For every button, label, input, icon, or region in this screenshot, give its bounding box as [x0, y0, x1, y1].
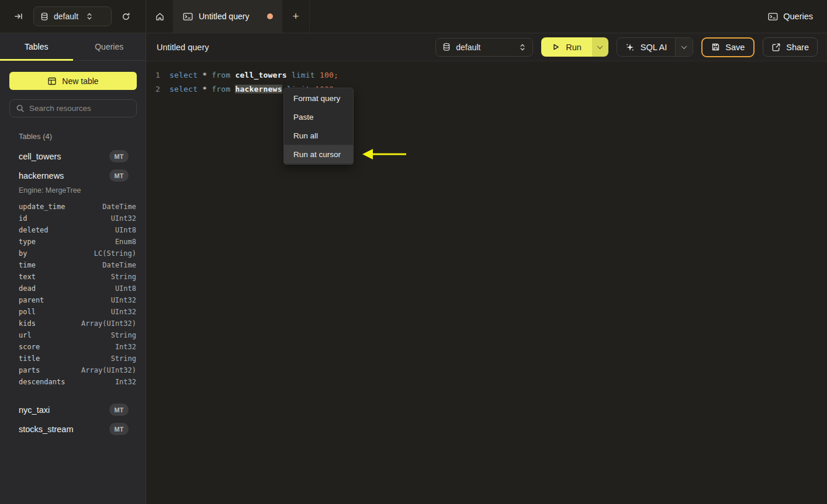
column-row[interactable]: timeDateTime	[19, 259, 136, 271]
share-button[interactable]: Share	[763, 37, 818, 57]
column-row[interactable]: parentUInt32	[19, 294, 136, 306]
sql-ai-button[interactable]: SQL AI	[617, 38, 675, 56]
code-token: from	[212, 85, 230, 93]
column-name: poll	[19, 308, 36, 316]
database-selector[interactable]: default	[33, 6, 112, 26]
table-name: hackernews	[19, 171, 64, 180]
column-name: url	[19, 331, 32, 339]
menu-item-run-all[interactable]: Run all	[284, 126, 353, 145]
code-token	[315, 71, 320, 79]
search-input[interactable]	[29, 104, 130, 113]
engine-label: Engine: MergeTree	[19, 186, 136, 194]
new-table-label: New table	[62, 77, 98, 86]
column-type: UInt32	[111, 308, 136, 316]
column-name: kids	[19, 319, 36, 328]
run-button[interactable]: Run	[541, 37, 592, 57]
run-options-button[interactable]	[592, 37, 608, 57]
sidebar-body: New table Tables (4) cell_towers MT hack…	[0, 61, 146, 436]
column-row[interactable]: update_timeDateTime	[19, 201, 136, 213]
selected-token: hackernews	[235, 85, 282, 93]
table-name: nyc_taxi	[19, 405, 50, 415]
refresh-icon	[121, 12, 131, 22]
column-row[interactable]: deletedUInt8	[19, 224, 136, 236]
code-token: from	[212, 71, 230, 79]
column-row[interactable]: kidsArray(UInt32)	[19, 318, 136, 329]
column-row[interactable]: deadUInt8	[19, 283, 136, 294]
run-label: Run	[566, 43, 582, 52]
tab-strip: Untitled query +	[146, 0, 310, 33]
column-name: parent	[19, 296, 44, 304]
refresh-button[interactable]	[121, 12, 131, 22]
sql-ai-split-button: SQL AI	[617, 37, 693, 57]
menu-item-format-query[interactable]: Format query	[284, 89, 353, 107]
column-row[interactable]: scoreInt32	[19, 341, 136, 353]
topbar: default Untitled query +	[0, 0, 827, 33]
unsaved-dot	[267, 13, 273, 19]
sidebar: Tables Queries New table Tables (4) cell…	[0, 33, 146, 504]
column-name: time	[19, 261, 36, 269]
save-label: Save	[725, 43, 745, 52]
column-type: Int32	[115, 378, 136, 386]
queries-top-button[interactable]: Queries	[768, 0, 813, 33]
table-name: cell_towers	[19, 152, 61, 161]
column-row[interactable]: idUInt32	[19, 213, 136, 224]
column-name: deleted	[19, 226, 49, 234]
share-label: Share	[786, 43, 809, 52]
column-name: score	[19, 343, 40, 351]
sidebar-tab-tables[interactable]: Tables	[0, 33, 73, 60]
tab-untitled-query[interactable]: Untitled query	[174, 0, 282, 33]
column-type: String	[111, 273, 136, 281]
engine-badge: MT	[109, 169, 129, 182]
code-line[interactable]: 1select * from cell_towers limit 100;	[146, 68, 827, 82]
toolbar-database-selector[interactable]: default	[435, 38, 533, 57]
sql-ai-label: SQL AI	[641, 43, 667, 52]
sql-editor[interactable]: 1select * from cell_towers limit 100;2se…	[146, 61, 827, 504]
terminal-icon	[183, 12, 193, 21]
context-menu: Format queryPasteRun allRun at cursor	[283, 88, 354, 165]
column-row[interactable]: descendantsInt32	[19, 376, 136, 388]
column-row[interactable]: byLC(String)	[19, 248, 136, 259]
menu-item-paste[interactable]: Paste	[284, 107, 353, 126]
new-table-button[interactable]: New table	[9, 72, 137, 90]
save-button[interactable]: Save	[701, 37, 755, 57]
table-row-stocks-stream[interactable]: stocks_stream MT	[9, 422, 136, 436]
column-row[interactable]: pollUInt32	[19, 306, 136, 318]
sidebar-tab-queries[interactable]: Queries	[73, 33, 146, 60]
share-export-icon	[771, 43, 781, 52]
column-row[interactable]: typeEnum8	[19, 236, 136, 248]
new-tab-button[interactable]: +	[282, 0, 310, 33]
column-name: dead	[19, 284, 36, 293]
collapse-sidebar-icon	[14, 12, 23, 21]
code-token: cell_towers	[235, 71, 286, 79]
run-split-button: Run	[541, 37, 608, 57]
line-number: 1	[146, 71, 160, 79]
menu-item-run-at-cursor[interactable]: Run at cursor	[284, 145, 353, 164]
column-row[interactable]: urlString	[19, 329, 136, 341]
query-toolbar: Untitled query default	[146, 33, 827, 61]
code-token	[287, 71, 292, 79]
collapse-sidebar-button[interactable]	[14, 12, 23, 21]
table-row-hackernews[interactable]: hackernews MT	[9, 169, 136, 182]
table-row-cell-towers[interactable]: cell_towers MT	[9, 150, 136, 163]
column-type: UInt32	[111, 214, 136, 223]
chevron-down-icon	[597, 43, 603, 49]
toolbar-actions: default Run	[435, 37, 818, 57]
column-type: LC(String)	[94, 249, 136, 258]
home-button[interactable]	[146, 0, 174, 33]
column-name: parts	[19, 366, 40, 374]
table-row-nyc-taxi[interactable]: nyc_taxi MT	[9, 403, 136, 416]
toolbar-database-value: default	[456, 43, 480, 52]
column-row[interactable]: partsArray(UInt32)	[19, 364, 136, 376]
engine-badge: MT	[109, 423, 129, 435]
code-line[interactable]: 2select * from hackernews limit 1000	[146, 82, 827, 96]
updown-chevrons-icon	[519, 43, 526, 51]
column-name: update_time	[19, 203, 65, 211]
column-type: Array(UInt32)	[81, 366, 136, 374]
column-name: id	[19, 214, 27, 223]
sql-ai-options-button[interactable]	[675, 38, 693, 56]
column-name: descendants	[19, 378, 65, 386]
home-icon	[155, 12, 165, 22]
column-row[interactable]: titleString	[19, 353, 136, 364]
tab-label: Untitled query	[199, 12, 249, 21]
column-row[interactable]: textString	[19, 271, 136, 283]
